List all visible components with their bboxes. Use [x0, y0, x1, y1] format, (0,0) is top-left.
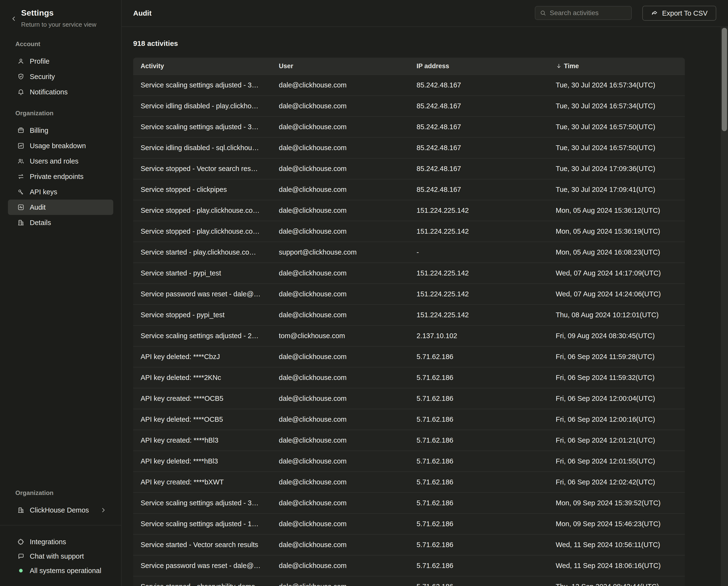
- cell-activity: API key deleted: ****CbzJ: [133, 353, 271, 361]
- audit-table: ActivityUserIP addressTime Service scali…: [133, 58, 685, 586]
- cell-user: dale@clickhouse.com: [271, 186, 409, 194]
- cell-user: dale@clickhouse.com: [271, 227, 409, 235]
- activity-icon: [17, 204, 24, 211]
- sidebar-item-label: Private endpoints: [30, 173, 83, 180]
- footer-item-chat-with-support[interactable]: Chat with support: [8, 549, 113, 563]
- sidebar-item-label: Details: [30, 219, 51, 227]
- search-input[interactable]: [550, 9, 631, 17]
- sidebar-item-billing[interactable]: Billing: [8, 123, 113, 138]
- column-header-time[interactable]: Time: [548, 63, 685, 70]
- cell-activity: API key deleted: ****OCB5: [133, 415, 271, 423]
- cell-activity: Service password was reset - dale@…: [133, 290, 271, 298]
- sidebar-item-label: Notifications: [30, 88, 68, 96]
- column-header-ip[interactable]: IP address: [409, 63, 548, 70]
- sidebar-item-details[interactable]: Details: [8, 215, 113, 230]
- cell-ip: 5.71.62.186: [409, 353, 548, 361]
- scrollbar-thumb[interactable]: [722, 28, 727, 131]
- cell-user: dale@clickhouse.com: [271, 395, 409, 402]
- cell-ip: 5.71.62.186: [409, 478, 548, 486]
- cell-activity: Service scaling settings adjusted - 1…: [133, 520, 271, 528]
- table-row: API key deleted: ****hBl3dale@clickhouse…: [133, 450, 685, 471]
- table-row: Service stopped - Vector search res…dale…: [133, 158, 685, 179]
- table-header-row: ActivityUserIP addressTime: [133, 58, 685, 74]
- table-row: API key created: ****hBl3dale@clickhouse…: [133, 430, 685, 450]
- sidebar-divider: [0, 525, 121, 526]
- cell-activity: Service started - pypi_test: [133, 269, 271, 277]
- cell-time: Fri, 06 Sep 2024 11:59:28(UTC): [548, 353, 685, 361]
- chevron-right-icon: [100, 507, 107, 514]
- cell-user: dale@clickhouse.com: [271, 478, 409, 486]
- chevron-left-icon: [10, 15, 20, 22]
- scrollbar[interactable]: [721, 27, 728, 586]
- cell-user: dale@clickhouse.com: [271, 583, 409, 586]
- cell-user: dale@clickhouse.com: [271, 562, 409, 570]
- cell-activity: API key created: ****OCB5: [133, 395, 271, 402]
- cell-user: support@clickhouse.com: [271, 248, 409, 256]
- cell-activity: Service stopped - clickpipes: [133, 186, 271, 194]
- sidebar-item-usage-breakdown[interactable]: Usage breakdown: [8, 138, 113, 153]
- puzzle-icon: [17, 538, 24, 545]
- sidebar-item-profile[interactable]: Profile: [8, 53, 113, 69]
- cell-activity: Service scaling settings adjusted - 3…: [133, 123, 271, 131]
- table-body: Service scaling settings adjusted - 3…da…: [133, 74, 685, 586]
- table-row: Service idling disabled - sql.clickhou…d…: [133, 137, 685, 158]
- back-button[interactable]: [10, 14, 20, 24]
- export-to-csv-button[interactable]: Export To CSV: [642, 6, 716, 21]
- sidebar-item-label: Security: [30, 73, 55, 81]
- sidebar-item-users-and-roles[interactable]: Users and roles: [8, 153, 113, 169]
- cell-time: Wed, 07 Aug 2024 14:17:09(UTC): [548, 269, 685, 277]
- cell-ip: 151.224.225.142: [409, 311, 548, 319]
- search-box[interactable]: [535, 6, 632, 20]
- table-row: Service stopped - play.clickhouse.co…dal…: [133, 221, 685, 242]
- cell-user: dale@clickhouse.com: [271, 165, 409, 173]
- sidebar-item-label: Profile: [30, 57, 49, 65]
- cell-ip: 5.71.62.186: [409, 520, 548, 528]
- nav-section-account: AccountProfileSecurityNotifications: [8, 40, 113, 100]
- column-header-activity[interactable]: Activity: [133, 63, 271, 70]
- sidebar-item-private-endpoints[interactable]: Private endpoints: [8, 169, 113, 184]
- table-row: Service started - play.clickhouse.co…sup…: [133, 242, 685, 263]
- sidebar-item-notifications[interactable]: Notifications: [8, 84, 113, 100]
- cell-time: Mon, 09 Sep 2024 15:46:23(UTC): [548, 520, 685, 528]
- sidebar-item-audit[interactable]: Audit: [8, 200, 113, 215]
- cell-ip: 85.242.48.167: [409, 186, 548, 194]
- cell-activity: Service started - Vector search results: [133, 541, 271, 549]
- table-row: API key created: ****OCB5dale@clickhouse…: [133, 388, 685, 409]
- cell-ip: 5.71.62.186: [409, 436, 548, 444]
- table-row: API key deleted: ****CbzJdale@clickhouse…: [133, 346, 685, 367]
- cell-activity: Service stopped - play.clickhouse.co…: [133, 206, 271, 215]
- column-header-user[interactable]: User: [271, 63, 409, 70]
- cell-user: dale@clickhouse.com: [271, 520, 409, 528]
- chart-icon: [17, 142, 24, 149]
- table-row: Service scaling settings adjusted - 3…da…: [133, 116, 685, 137]
- footer-item-integrations[interactable]: Integrations: [8, 535, 113, 549]
- building-icon: [17, 219, 24, 226]
- cell-activity: Service stopped - Vector search res…: [133, 165, 271, 173]
- footer-item-all-systems-operational[interactable]: All systems operational: [8, 563, 113, 578]
- cell-activity: Service idling disabled - play.clickho…: [133, 102, 271, 110]
- cell-ip: 5.71.62.186: [409, 395, 548, 402]
- cell-activity: API key deleted: ****hBl3: [133, 457, 271, 465]
- swap-icon: [17, 173, 24, 180]
- footer-item-label: Chat with support: [30, 553, 84, 560]
- cell-time: Fri, 06 Sep 2024 12:00:16(UTC): [548, 415, 685, 423]
- cell-activity: API key deleted: ****2KNc: [133, 374, 271, 382]
- table-row: API key deleted: ****2KNcdale@clickhouse…: [133, 367, 685, 388]
- cell-ip: 85.242.48.167: [409, 123, 548, 131]
- cell-activity: API key created: ****bXWT: [133, 478, 271, 486]
- org-switcher-row[interactable]: ClickHouse Demos: [8, 503, 113, 518]
- cell-time: Tue, 30 Jul 2024 16:57:50(UTC): [548, 123, 685, 131]
- table-row: Service idling disabled - play.clickho…d…: [133, 95, 685, 116]
- cell-user: dale@clickhouse.com: [271, 123, 409, 131]
- cell-activity: Service scaling settings adjusted - 2…: [133, 332, 271, 340]
- cell-activity: Service scaling settings adjusted - 3…: [133, 81, 271, 89]
- cell-time: Tue, 30 Jul 2024 17:09:36(UTC): [548, 165, 685, 173]
- cell-ip: 85.242.48.167: [409, 81, 548, 89]
- sidebar-item-security[interactable]: Security: [8, 69, 113, 84]
- chat-icon: [17, 553, 24, 560]
- cell-activity: Service scaling settings adjusted - 3…: [133, 499, 271, 507]
- cell-time: Wed, 07 Aug 2024 14:24:06(UTC): [548, 290, 685, 298]
- table-row: API key created: ****bXWTdale@clickhouse…: [133, 471, 685, 492]
- cell-ip: 2.137.10.102: [409, 332, 548, 340]
- sidebar-item-api-keys[interactable]: API keys: [8, 184, 113, 200]
